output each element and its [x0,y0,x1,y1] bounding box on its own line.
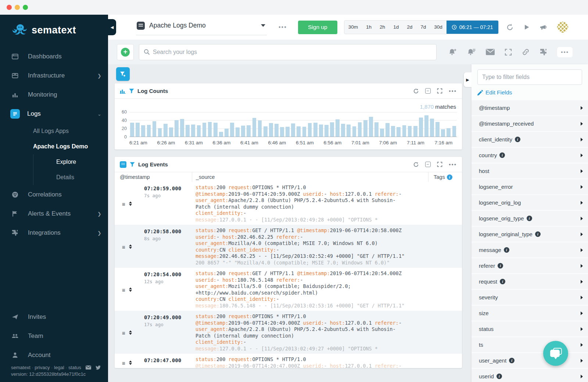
time-range-display[interactable]: 06:21 — 07:21 [447,21,498,34]
time-range-30d[interactable]: 30d [430,21,447,34]
sidebar-item-explore[interactable]: Explore [33,154,108,170]
field-filter-input[interactable] [477,69,582,85]
panel-minimize-icon[interactable] [425,162,431,167]
sidebar-item-alerts-events[interactable]: Alerts & Events ❯ [0,204,108,223]
fullscreen-icon[interactable] [505,48,512,56]
field-row-client_identity[interactable]: client_identityi [472,132,588,147]
play-icon[interactable] [523,24,530,30]
field-row-logsene_original_type[interactable]: logsene_original_typei [472,227,588,242]
field-row-size[interactable]: size [472,306,588,321]
field-row-request[interactable]: requesti [472,274,588,289]
drag-handle-icon[interactable]: ≡ [122,201,125,206]
field-row-message[interactable]: messagei [472,242,588,257]
time-range-2h[interactable]: 2h [376,21,389,34]
footer-link-legal[interactable]: legal [54,365,64,370]
panel-more-icon[interactable]: ••• [449,89,457,93]
sidebar-item-all-logs-apps[interactable]: All Logs Apps [0,123,108,139]
log-event-row[interactable]: ≡07:20:49.00017s agostatus:200 request:O… [115,311,462,354]
expand-sort-icon[interactable] [129,202,132,206]
field-row-userid[interactable]: useridi [472,369,588,382]
email-report-icon[interactable] [486,49,495,55]
field-row-host[interactable]: host [472,163,588,179]
column-tags[interactable]: Tags i [428,172,462,182]
share-link-icon[interactable] [522,48,530,56]
sidebar-item-team[interactable]: Team [0,327,108,346]
logo[interactable]: sematext [0,15,108,47]
field-row-referer[interactable]: refereri [472,258,588,273]
time-range-2d[interactable]: 2d [403,21,416,34]
sidebar-item-account[interactable]: Account [0,346,108,365]
panel-minimize-icon[interactable] [425,88,431,94]
field-row-ts[interactable]: ts [472,337,588,352]
expand-sort-icon[interactable] [129,288,132,292]
info-icon[interactable]: i [496,374,502,379]
info-icon[interactable]: i [447,174,452,180]
info-icon[interactable]: i [504,247,509,253]
integrations-puzzle-icon[interactable] [539,48,547,56]
sidebar-item-infrastructure[interactable]: Infrastructure ❯ [0,66,108,85]
field-row-country[interactable]: countryi [472,148,588,163]
chat-widget-button[interactable] [543,341,568,366]
field-row-status[interactable]: status [472,321,588,336]
sidebar-item-monitoring[interactable]: Monitoring [0,85,108,104]
window-close-button[interactable] [7,5,12,10]
footer-link-status[interactable]: status [68,365,81,370]
panel-expand-icon[interactable] [437,88,442,94]
footer-link-privacy[interactable]: privacy [35,365,50,370]
column-source[interactable]: _source [192,172,428,182]
log-event-row[interactable]: ≡07:20:47.000status:200 request:OPTIONS … [115,354,462,368]
drag-handle-icon[interactable]: ≡ [122,244,125,249]
expand-sort-icon[interactable] [129,361,132,365]
drag-handle-icon[interactable]: ≡ [122,330,125,335]
sidebar-collapse-toggle[interactable]: ◀ [108,19,116,35]
panel-expand-icon[interactable] [437,162,442,167]
field-row-user_agent[interactable]: user_agenti [472,353,588,368]
field-row-@timestamp[interactable]: @timestamp [472,100,588,115]
alert-rules-bell-add-icon[interactable] [448,48,457,56]
info-icon[interactable]: i [527,216,532,221]
drag-handle-icon[interactable]: ≡ [122,287,125,292]
field-row-logsene_orig_log[interactable]: logsene_orig_log [472,195,588,210]
more-actions-button[interactable]: ••• [557,47,573,57]
field-row-logsene_error[interactable]: logsene_error [472,179,588,194]
field-row-severity[interactable]: severity [472,290,588,305]
panel-refresh-icon[interactable] [413,88,419,94]
info-icon[interactable]: i [499,152,505,158]
field-row-logsene_orig_type[interactable]: logsene_orig_typei [472,211,588,226]
window-zoom-button[interactable] [23,5,28,10]
sidebar-item-apache-logs-demo[interactable]: Apache Logs Demo [0,139,108,154]
edit-fields-link[interactable]: Edit Fields [477,89,582,96]
avatar[interactable] [557,22,568,33]
fields-panel-collapse-toggle[interactable]: ▶ [464,72,472,87]
app-menu-button[interactable]: ••• [279,24,287,30]
envelope-icon[interactable] [86,365,91,370]
info-icon[interactable]: i [500,279,505,284]
footer-link-sematext[interactable]: sematext [11,365,31,370]
sidebar-item-dashboards[interactable]: Dashboards [0,47,108,66]
sidebar-item-logs[interactable]: Logs ⌄ [0,104,108,123]
info-icon[interactable]: i [535,231,541,237]
saved-queries-bell-list-icon[interactable] [467,48,476,56]
sidebar-item-integrations[interactable]: Integrations ❯ [0,223,108,242]
drag-handle-icon[interactable]: ≡ [122,360,125,365]
signup-button[interactable]: Sign up [298,21,337,34]
add-filter-button[interactable] [116,67,130,81]
info-icon[interactable]: i [509,358,514,363]
panel-refresh-icon[interactable] [413,162,419,167]
field-row-@timestamp_received[interactable]: @timestamp_received [472,116,588,131]
panel-more-icon[interactable]: ••• [449,163,457,166]
expand-sort-icon[interactable] [129,331,132,335]
info-icon[interactable]: i [498,263,503,269]
refresh-icon[interactable] [506,24,514,31]
info-icon[interactable]: i [515,137,520,142]
add-query-button[interactable]: + [117,44,134,60]
log-event-row[interactable]: ≡07:20:58.0008s agostatus:200 request:GE… [115,225,462,268]
expand-sort-icon[interactable] [129,245,132,249]
window-minimize-button[interactable] [15,5,20,10]
log-event-row[interactable]: ≡07:20:59.0007s agostatus:200 request:OP… [115,182,462,225]
megaphone-icon[interactable] [539,24,548,31]
log-event-row[interactable]: ≡07:20:54.00012s agostatus:200 request:G… [115,268,462,311]
time-range-1h[interactable]: 1h [362,21,376,34]
time-range-1d[interactable]: 1d [389,21,403,34]
sidebar-item-invites[interactable]: Invites [0,307,108,327]
